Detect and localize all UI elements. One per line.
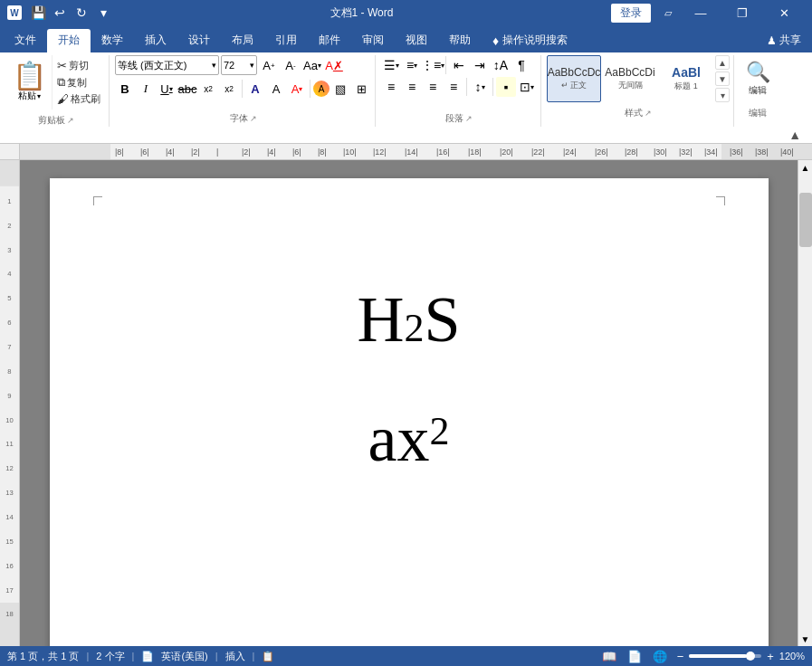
close-button[interactable]: ✕ (763, 0, 805, 25)
zoom-out-button[interactable]: − (675, 650, 686, 663)
minimize-button[interactable]: — (680, 0, 721, 25)
svg-text:6: 6 (7, 319, 11, 327)
undo-button[interactable]: ↩ (51, 4, 69, 22)
font-size-decrease-button[interactable]: A- (281, 55, 301, 75)
bold-button[interactable]: B (115, 79, 135, 99)
style-no-spacing[interactable]: AaBbCcDi 无间隔 (603, 55, 657, 102)
tab-math[interactable]: 数学 (91, 29, 134, 52)
sort-button[interactable]: ↕A (491, 55, 511, 75)
svg-text:|: | (216, 148, 218, 157)
zoom-slider: − + 120% (675, 650, 805, 663)
print-layout-button[interactable]: 📄 (625, 650, 645, 663)
italic-button[interactable]: I (136, 79, 156, 99)
paragraph-expand[interactable]: ↗ (465, 114, 473, 123)
svg-rect-1 (20, 144, 110, 159)
web-layout-button[interactable]: 🌐 (650, 650, 670, 663)
tab-review[interactable]: 审阅 (351, 29, 395, 52)
page-area[interactable]: H 2 S ax 2 (20, 160, 798, 646)
save-button[interactable]: 💾 (29, 4, 47, 22)
text-effect-button[interactable]: A (245, 79, 265, 99)
ribbon-display-button[interactable]: ▱ (658, 4, 678, 22)
cut-button[interactable]: ✂ 剪切 (54, 58, 103, 73)
styles-expand[interactable]: ↗ (645, 109, 652, 118)
copy-button[interactable]: ⧉ 复制 (54, 74, 103, 90)
style-heading1[interactable]: AaBl 标题 1 (659, 55, 713, 102)
strikethrough-button[interactable]: abc (177, 79, 197, 99)
svg-text:11: 11 (5, 440, 13, 448)
styles-up-arrow[interactable]: ▲ (715, 55, 730, 70)
zoom-in-button[interactable]: + (765, 650, 776, 663)
multilevel-list-button[interactable]: ⋮≡▾ (423, 55, 443, 75)
tell-me-search[interactable]: ♦ 操作说明搜索 (482, 29, 578, 52)
clipboard-expand[interactable]: ↗ (67, 116, 74, 125)
tab-design[interactable]: 设计 (177, 29, 221, 52)
scroll-down-button[interactable]: ▼ (798, 632, 812, 646)
shading-para-button[interactable]: ▪ (496, 77, 516, 97)
tab-view[interactable]: 视图 (395, 29, 438, 52)
copy-label: 复制 (67, 76, 87, 90)
superscript-button[interactable]: x2 (219, 79, 239, 99)
align-right-button[interactable]: ≡ (423, 77, 443, 97)
format-painter-button[interactable]: 🖌 格式刷 (54, 91, 103, 107)
svg-text:|10|: |10| (343, 148, 357, 157)
font-color-button[interactable]: A▾ (287, 79, 307, 99)
tab-mail[interactable]: 邮件 (308, 29, 351, 52)
page-corner-tl (93, 196, 102, 205)
tab-home[interactable]: 开始 (47, 29, 91, 52)
border-para-button[interactable]: ⊡▾ (517, 77, 537, 97)
styles-down-arrow[interactable]: ▼ (715, 71, 730, 86)
borders-button[interactable]: ⊞ (351, 79, 371, 99)
scroll-thumb[interactable] (799, 193, 812, 247)
clear-format-button[interactable]: A✗ (324, 55, 344, 75)
shading-button[interactable]: ▧ (330, 79, 350, 99)
paste-button[interactable]: 📋 粘贴 ▾ (7, 55, 52, 109)
subscript-button[interactable]: x2 (198, 79, 218, 99)
justify-button[interactable]: ≡ (444, 77, 463, 97)
editing-button[interactable]: 🔍 编辑 (740, 55, 776, 102)
share-button[interactable]: ♟ ♟ 共享共享 (756, 29, 812, 52)
tab-insert[interactable]: 插入 (134, 29, 177, 52)
tab-references[interactable]: 引用 (264, 29, 308, 52)
font-color2-button[interactable]: A (313, 81, 330, 97)
bullets-button[interactable]: ☰▾ (381, 55, 401, 75)
font-name-value: 等线 (西文正文) (118, 59, 186, 72)
highlight-button[interactable]: A (266, 79, 286, 99)
font-size-select[interactable]: 72 ▾ (221, 55, 257, 75)
change-case-button[interactable]: Aa▾ (302, 55, 322, 75)
numbering-button[interactable]: ≡▾ (402, 55, 422, 75)
tab-help[interactable]: 帮助 (438, 29, 482, 52)
style-normal[interactable]: AaBbCcDc ↵ 正文 (547, 55, 601, 102)
underline-button[interactable]: U▾ (157, 79, 177, 99)
font-size-increase-button[interactable]: A+ (259, 55, 279, 75)
font-expand[interactable]: ↗ (250, 114, 257, 123)
tab-file[interactable]: 文件 (4, 29, 47, 52)
align-center-button[interactable]: ≡ (402, 77, 422, 97)
show-marks-button[interactable]: ¶ (511, 55, 531, 75)
increase-indent-button[interactable]: ⇥ (470, 55, 490, 75)
read-mode-button[interactable]: 📖 (599, 650, 619, 663)
collapse-ribbon-button[interactable]: ▲ (785, 128, 805, 142)
redo-button[interactable]: ↻ (72, 4, 91, 22)
zoom-thumb[interactable] (746, 652, 755, 661)
scroll-up-button[interactable]: ▲ (798, 160, 812, 175)
document-area: 1 2 3 4 5 6 7 8 9 10 11 12 13 14 15 16 1… (0, 160, 812, 646)
tab-layout[interactable]: 布局 (221, 29, 264, 52)
zoom-track[interactable] (689, 654, 761, 658)
font-name-select[interactable]: 等线 (西文正文) ▾ (115, 55, 219, 75)
qat-more-button[interactable]: ▾ (94, 4, 112, 22)
restore-button[interactable]: ❐ (721, 0, 763, 25)
login-button[interactable]: 登录 (611, 4, 651, 23)
vertical-ruler: 1 2 3 4 5 6 7 8 9 10 11 12 13 14 15 16 1… (0, 160, 20, 646)
scroll-track[interactable] (798, 175, 812, 632)
svg-text:10: 10 (5, 416, 13, 424)
word-count: 2 个字 (96, 650, 124, 663)
decrease-indent-button[interactable]: ⇤ (449, 55, 469, 75)
document-page: H 2 S ax 2 (50, 178, 769, 646)
styles-more-arrow[interactable]: ▾ (715, 88, 730, 102)
line-spacing-button[interactable]: ↕▾ (470, 77, 490, 97)
svg-text:|24|: |24| (563, 148, 577, 157)
svg-text:8: 8 (7, 367, 11, 376)
svg-text:|30|: |30| (654, 148, 667, 157)
page-content: H 2 S ax 2 (122, 233, 696, 471)
align-left-button[interactable]: ≡ (381, 77, 401, 97)
